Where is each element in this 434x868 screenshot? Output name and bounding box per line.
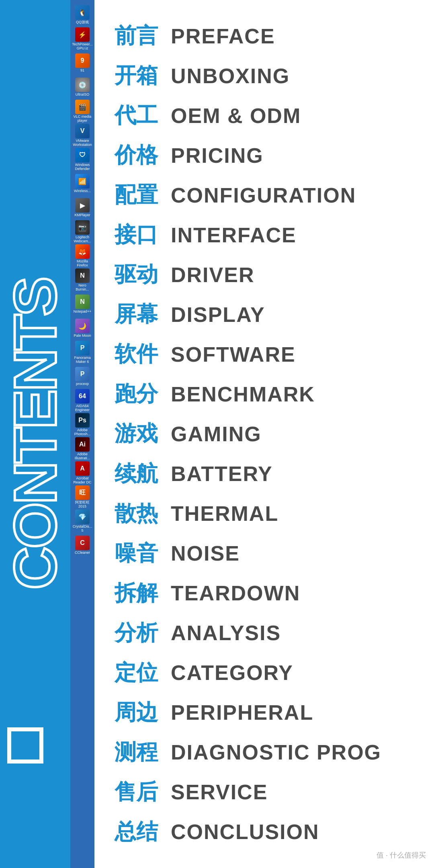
toc-item-2: 代工 OEM & ODM [115, 98, 418, 133]
icon-label-aida64: AIDA64 Engineer [72, 404, 93, 412]
icon-label-defender: Windows Defender [72, 163, 93, 171]
toc-en-17: PERIPHERAL [171, 700, 313, 725]
toc-en-5: INTERFACE [171, 223, 297, 247]
contents-bar: CONTENTS [0, 0, 70, 868]
icon-image-ccleaner: C [75, 536, 90, 550]
sidebar-icon-firefox: 🦊 Mozilla Firefox [72, 244, 93, 268]
toc-zh-14: 拆解 [115, 579, 159, 608]
toc-item-10: 游戏 GAMING [115, 416, 418, 452]
toc-item-18: 测程 DIAGNOSTIC PROG [115, 735, 418, 770]
icon-label-aliwang: 阿里旺旺 2015 [72, 501, 93, 509]
toc-item-12: 散热 THERMAL [115, 496, 418, 532]
icon-image-aliwang: 旺 [75, 485, 90, 500]
sidebar-icon-kmplayer: ▶ KMPlayer [72, 196, 93, 219]
sidebar-icon-vlc: 🎬 VLC media player [72, 100, 93, 123]
toc-zh-10: 游戏 [115, 419, 159, 448]
icon-label-kmplayer: KMPlayer [74, 213, 90, 217]
icon-image-crystaldisk: 💎 [75, 510, 90, 524]
sidebar-icon-wireless: 📶 Wireless... [72, 172, 93, 195]
icon-image-acrobat: A [75, 461, 90, 476]
icon-image-vmware: V [75, 124, 90, 138]
icon-label-wireless: Wireless... [74, 189, 91, 193]
toc-item-13: 噪音 NOISE [115, 536, 418, 571]
toc-item-1: 开箱 UNBOXING [115, 58, 418, 94]
toc-item-5: 接口 INTERFACE [115, 217, 418, 253]
icon-image-notepad: N [75, 295, 90, 309]
icon-label-illustrator: Adobe Illustrati... [72, 452, 93, 461]
sidebar-icon-vmware: V VMware Workstation [72, 124, 93, 147]
icon-image-ultraiso: 💿 [75, 78, 90, 92]
icon-label-ccleaner: CCleaner [75, 551, 90, 555]
sidebar-icon-photoshop: Ps Adobe Photosh... [72, 413, 93, 436]
icon-image-procexp: P [75, 367, 90, 381]
sidebar-icon-palemoon: 🌙 Pale Moon [72, 317, 93, 340]
icon-label-acrobat: Acrobat Reader DC [72, 477, 93, 485]
sidebar-icon-techpowerup: ⚡ TechPower... GPU.iz [72, 27, 93, 51]
icon-label-vmware: VMware Workstation [72, 139, 93, 147]
toc-en-18: DIAGNOSTIC PROG [171, 740, 381, 764]
toc-item-16: 定位 CATEGORY [115, 655, 418, 691]
toc-en-1: UNBOXING [171, 64, 290, 88]
toc-zh-4: 配置 [115, 180, 159, 210]
toc-en-16: CATEGORY [171, 661, 293, 685]
toc-zh-19: 售后 [115, 778, 159, 807]
toc-en-0: PREFACE [171, 24, 275, 48]
icon-image-palemoon: 🌙 [75, 319, 90, 333]
toc-item-11: 续航 BATTERY [115, 456, 418, 492]
toc-item-3: 价格 PRICING [115, 137, 418, 173]
sidebar-icon-procexp: P procexp [72, 365, 93, 388]
icon-image-aida64: 64 [75, 389, 90, 403]
icon-label-91: 91 [80, 69, 84, 73]
toc-en-14: TEARDOWN [171, 581, 300, 605]
watermark: 值 · 什么值得买 [377, 850, 426, 860]
toc-item-4: 配置 CONFIGURATION [115, 177, 418, 213]
main-toc: 前言 PREFACE 开箱 UNBOXING 代工 OEM & ODM 价格 P… [94, 0, 434, 868]
toc-zh-8: 软件 [115, 340, 159, 369]
toc-zh-15: 分析 [115, 618, 159, 648]
icon-image-photoshop: Ps [75, 413, 90, 428]
sidebar-icon-91: 9 91 [72, 51, 93, 75]
sidebar-icon-qq: 🐧 QQ游戏 [72, 3, 93, 27]
toc-en-15: ANALYSIS [171, 621, 281, 645]
icon-label-notepad: Notepad++ [74, 310, 92, 314]
icon-image-panorama: P [75, 341, 90, 355]
sidebar-icon-ccleaner: C CCleaner [72, 534, 93, 557]
icon-label-qq: QQ游戏 [76, 20, 89, 25]
icon-label-nero: Nero Burnin... [72, 284, 93, 292]
toc-zh-3: 价格 [115, 141, 159, 170]
toc-item-8: 软件 SOFTWARE [115, 336, 418, 372]
toc-zh-2: 代工 [115, 101, 159, 130]
icon-label-panorama: Panorama Maker 6 [72, 356, 93, 364]
sidebar-icon-crystaldisk: 💎 CrystalDis... 5 [72, 510, 93, 533]
icon-label-firefox: Mozilla Firefox [72, 260, 93, 268]
contents-square-cutout [7, 727, 43, 764]
toc-en-12: THERMAL [171, 502, 278, 526]
toc-en-7: DISPLAY [171, 303, 265, 327]
toc-en-6: DRIVER [171, 263, 254, 287]
toc-zh-16: 定位 [115, 658, 159, 688]
toc-zh-11: 续航 [115, 459, 159, 489]
toc-zh-20: 总结 [115, 817, 159, 847]
icon-image-webcam: 📷 [75, 220, 90, 235]
sidebar-icon-defender: 🛡 Windows Defender [72, 148, 93, 171]
icon-label-techpowerup: TechPower... GPU.iz [72, 43, 93, 51]
sidebar-icon-nero: N Nero Burnin... [72, 268, 93, 292]
toc-en-4: CONFIGURATION [171, 183, 356, 207]
toc-zh-17: 周边 [115, 698, 159, 727]
icon-label-palemoon: Pale Moon [74, 334, 91, 338]
icon-image-kmplayer: ▶ [75, 198, 90, 213]
toc-item-17: 周边 PERIPHERAL [115, 695, 418, 731]
toc-en-20: CONCLUSION [171, 820, 319, 844]
icon-label-webcam: Logitech Webcam... [72, 235, 93, 244]
sidebar-icon-aida64: 64 AIDA64 Engineer [72, 389, 93, 412]
toc-item-20: 总结 CONCLUSION [115, 814, 418, 850]
toc-zh-6: 驱动 [115, 260, 159, 289]
sidebar-icon-panorama: P Panorama Maker 6 [72, 341, 93, 364]
icon-image-techpowerup: ⚡ [75, 27, 90, 42]
toc-zh-9: 跑分 [115, 379, 159, 409]
sidebar-icon-ultraiso: 💿 UltraISO [72, 76, 93, 99]
sidebar-icon-acrobat: A Acrobat Reader DC [72, 461, 93, 485]
toc-item-0: 前言 PREFACE [115, 18, 418, 54]
icon-image-illustrator: Ai [75, 437, 90, 452]
sidebar-icon-notepad: N Notepad++ [72, 293, 93, 316]
